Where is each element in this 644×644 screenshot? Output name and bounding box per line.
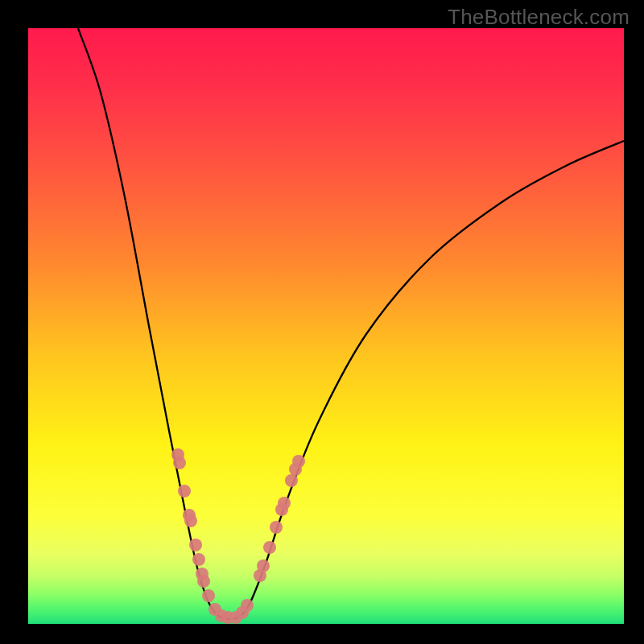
watermark-text: TheBottleneck.com — [448, 5, 630, 30]
data-point — [192, 553, 205, 566]
data-point — [197, 575, 210, 588]
app-frame: TheBottleneck.com — [0, 0, 644, 644]
bottleneck-curve — [78, 28, 624, 619]
data-point — [173, 456, 186, 469]
data-point — [285, 474, 298, 487]
data-point — [178, 485, 191, 497]
scatter-group — [171, 448, 305, 624]
data-point — [263, 541, 276, 554]
data-point — [278, 497, 291, 510]
data-point — [184, 514, 197, 527]
data-point — [270, 521, 283, 534]
data-point — [241, 599, 254, 612]
chart-svg — [28, 28, 624, 624]
plot-area — [28, 28, 624, 624]
data-point — [189, 539, 202, 551]
data-point — [292, 455, 305, 468]
data-point — [202, 589, 215, 602]
data-point — [257, 559, 270, 572]
